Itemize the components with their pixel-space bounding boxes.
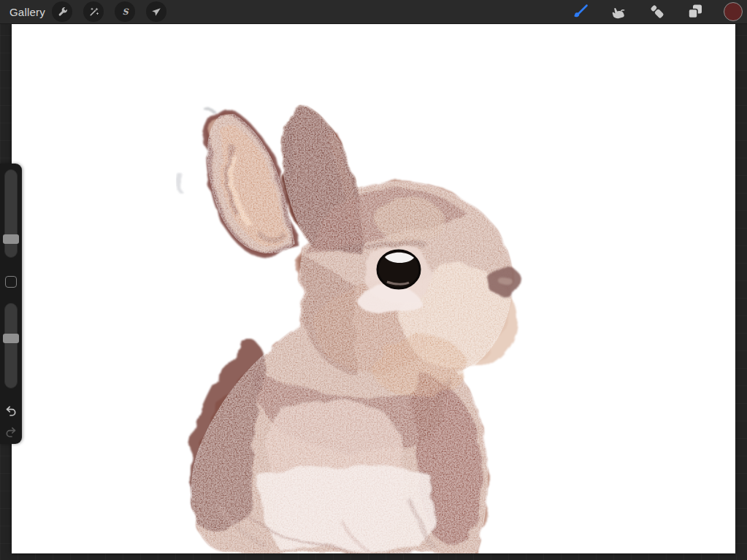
svg-text:S: S [122, 7, 129, 17]
transform-button[interactable] [146, 1, 166, 22]
color-swatch-button[interactable] [724, 2, 743, 21]
wrench-icon [56, 6, 69, 18]
undo-button[interactable] [4, 404, 18, 418]
selection-button[interactable]: S [115, 1, 135, 22]
brush-icon [571, 2, 590, 21]
smudge-button[interactable] [610, 2, 629, 21]
redo-button[interactable] [4, 426, 18, 439]
app-window: Gallery [0, 0, 747, 560]
eraser-button[interactable] [648, 2, 667, 21]
adjustments-button[interactable] [83, 1, 104, 22]
actions-button[interactable] [52, 1, 72, 22]
gallery-label: Gallery [9, 6, 45, 18]
finger-icon [610, 2, 629, 21]
top-toolbar: Gallery [0, 0, 747, 24]
drawing-canvas[interactable] [12, 24, 735, 553]
paint-brush-button[interactable] [571, 2, 590, 21]
opacity-handle[interactable] [3, 334, 19, 343]
opacity-slider[interactable] [4, 303, 18, 388]
s-ribbon-icon: S [119, 6, 131, 18]
gallery-button[interactable]: Gallery [9, 0, 45, 24]
redo-arrow-icon [4, 429, 18, 441]
arrow-cursor-icon [150, 6, 163, 18]
eraser-icon [648, 2, 667, 21]
layers-icon [686, 2, 705, 21]
modify-button[interactable] [5, 276, 17, 288]
brush-size-slider[interactable] [4, 169, 18, 258]
layers-button[interactable] [686, 2, 705, 21]
brush-sidebar [0, 164, 22, 444]
brush-size-handle[interactable] [3, 234, 19, 244]
magic-wand-icon [88, 6, 100, 18]
undo-arrow-icon [4, 407, 18, 420]
